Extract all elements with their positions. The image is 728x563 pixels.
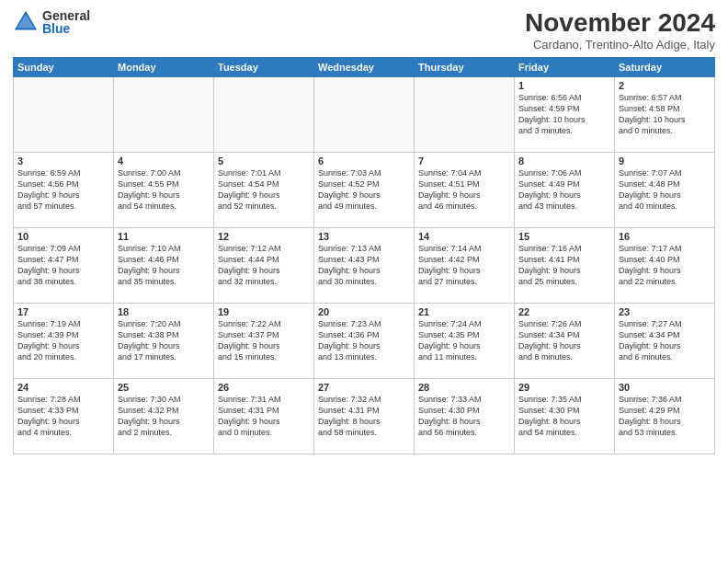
table-row: 9Sunrise: 7:07 AM Sunset: 4:48 PM Daylig…	[615, 152, 715, 227]
day-number: 4	[118, 155, 210, 167]
day-number: 1	[518, 80, 610, 91]
day-number: 7	[418, 155, 510, 167]
table-row: 23Sunrise: 7:27 AM Sunset: 4:34 PM Dayli…	[615, 303, 715, 378]
table-row	[314, 76, 415, 152]
table-row: 21Sunrise: 7:24 AM Sunset: 4:35 PM Dayli…	[415, 303, 515, 378]
logo-blue-text: Blue	[42, 22, 90, 35]
day-number: 23	[619, 306, 711, 317]
calendar-week-3: 10Sunrise: 7:09 AM Sunset: 4:47 PM Dayli…	[14, 227, 715, 303]
day-details: Sunrise: 7:22 AM Sunset: 4:37 PM Dayligh…	[218, 318, 310, 363]
day-number: 24	[17, 382, 109, 393]
day-details: Sunrise: 7:35 AM Sunset: 4:30 PM Dayligh…	[518, 394, 610, 439]
day-details: Sunrise: 7:26 AM Sunset: 4:34 PM Dayligh…	[518, 318, 610, 363]
day-number: 16	[619, 231, 711, 242]
day-number: 27	[318, 382, 410, 393]
day-details: Sunrise: 7:03 AM Sunset: 4:52 PM Dayligh…	[318, 167, 410, 213]
table-row	[214, 76, 314, 152]
day-number: 25	[118, 382, 210, 393]
table-row: 26Sunrise: 7:31 AM Sunset: 4:31 PM Dayli…	[214, 378, 314, 454]
logo-general-text: General	[42, 9, 90, 22]
title-block: November 2024 Cardano, Trentino-Alto Adi…	[525, 9, 715, 52]
day-number: 13	[318, 231, 410, 242]
day-number: 3	[17, 155, 109, 167]
table-row: 12Sunrise: 7:12 AM Sunset: 4:44 PM Dayli…	[214, 227, 314, 303]
day-number: 8	[518, 155, 610, 167]
page: General Blue November 2024 Cardano, Tren…	[0, 0, 728, 563]
calendar-week-5: 24Sunrise: 7:28 AM Sunset: 4:33 PM Dayli…	[14, 378, 715, 454]
day-number: 21	[418, 306, 510, 317]
table-row: 11Sunrise: 7:10 AM Sunset: 4:46 PM Dayli…	[114, 227, 214, 303]
day-number: 5	[218, 155, 310, 167]
logo: General Blue	[13, 9, 90, 35]
table-row	[415, 76, 515, 152]
day-number: 20	[318, 306, 410, 317]
day-details: Sunrise: 7:20 AM Sunset: 4:38 PM Dayligh…	[118, 318, 210, 363]
table-row: 16Sunrise: 7:17 AM Sunset: 4:40 PM Dayli…	[615, 227, 715, 303]
day-number: 12	[218, 231, 310, 242]
table-row: 29Sunrise: 7:35 AM Sunset: 4:30 PM Dayli…	[515, 378, 615, 454]
table-row: 30Sunrise: 7:36 AM Sunset: 4:29 PM Dayli…	[615, 378, 715, 454]
col-thursday: Thursday	[415, 57, 515, 76]
day-details: Sunrise: 7:36 AM Sunset: 4:29 PM Dayligh…	[619, 394, 711, 439]
table-row: 17Sunrise: 7:19 AM Sunset: 4:39 PM Dayli…	[14, 303, 114, 378]
day-number: 18	[118, 306, 210, 317]
day-details: Sunrise: 7:14 AM Sunset: 4:42 PM Dayligh…	[418, 243, 510, 288]
day-number: 15	[518, 231, 610, 242]
col-wednesday: Wednesday	[314, 57, 415, 76]
location-subtitle: Cardano, Trentino-Alto Adige, Italy	[525, 38, 715, 52]
day-number: 14	[418, 231, 510, 242]
table-row: 18Sunrise: 7:20 AM Sunset: 4:38 PM Dayli…	[114, 303, 214, 378]
month-year-title: November 2024	[525, 9, 715, 38]
logo-text: General Blue	[42, 9, 90, 35]
day-details: Sunrise: 7:32 AM Sunset: 4:31 PM Dayligh…	[318, 394, 410, 439]
day-details: Sunrise: 7:23 AM Sunset: 4:36 PM Dayligh…	[318, 318, 410, 363]
day-details: Sunrise: 6:56 AM Sunset: 4:59 PM Dayligh…	[518, 92, 610, 137]
day-details: Sunrise: 7:06 AM Sunset: 4:49 PM Dayligh…	[518, 167, 610, 213]
calendar-header-row: Sunday Monday Tuesday Wednesday Thursday…	[14, 57, 715, 76]
day-number: 28	[418, 382, 510, 393]
day-details: Sunrise: 7:10 AM Sunset: 4:46 PM Dayligh…	[118, 243, 210, 288]
day-number: 22	[518, 306, 610, 317]
day-details: Sunrise: 7:31 AM Sunset: 4:31 PM Dayligh…	[218, 394, 310, 439]
day-details: Sunrise: 7:30 AM Sunset: 4:32 PM Dayligh…	[118, 394, 210, 439]
day-number: 6	[318, 155, 410, 167]
table-row: 7Sunrise: 7:04 AM Sunset: 4:51 PM Daylig…	[415, 152, 515, 227]
day-number: 29	[518, 382, 610, 393]
header: General Blue November 2024 Cardano, Tren…	[13, 9, 715, 52]
table-row: 20Sunrise: 7:23 AM Sunset: 4:36 PM Dayli…	[314, 303, 415, 378]
table-row: 8Sunrise: 7:06 AM Sunset: 4:49 PM Daylig…	[515, 152, 615, 227]
day-details: Sunrise: 7:27 AM Sunset: 4:34 PM Dayligh…	[619, 318, 711, 363]
col-friday: Friday	[515, 57, 615, 76]
table-row: 27Sunrise: 7:32 AM Sunset: 4:31 PM Dayli…	[314, 378, 415, 454]
day-number: 19	[218, 306, 310, 317]
day-details: Sunrise: 7:16 AM Sunset: 4:41 PM Dayligh…	[518, 243, 610, 288]
day-number: 17	[17, 306, 109, 317]
table-row: 6Sunrise: 7:03 AM Sunset: 4:52 PM Daylig…	[314, 152, 415, 227]
table-row: 14Sunrise: 7:14 AM Sunset: 4:42 PM Dayli…	[415, 227, 515, 303]
day-details: Sunrise: 7:12 AM Sunset: 4:44 PM Dayligh…	[218, 243, 310, 288]
table-row: 5Sunrise: 7:01 AM Sunset: 4:54 PM Daylig…	[214, 152, 314, 227]
table-row: 24Sunrise: 7:28 AM Sunset: 4:33 PM Dayli…	[14, 378, 114, 454]
calendar-week-1: 1Sunrise: 6:56 AM Sunset: 4:59 PM Daylig…	[14, 76, 715, 152]
day-number: 2	[619, 80, 711, 91]
day-details: Sunrise: 7:19 AM Sunset: 4:39 PM Dayligh…	[17, 318, 109, 363]
day-details: Sunrise: 7:00 AM Sunset: 4:55 PM Dayligh…	[118, 167, 210, 213]
calendar-table: Sunday Monday Tuesday Wednesday Thursday…	[13, 57, 715, 454]
day-details: Sunrise: 7:09 AM Sunset: 4:47 PM Dayligh…	[17, 243, 109, 288]
day-details: Sunrise: 6:57 AM Sunset: 4:58 PM Dayligh…	[619, 92, 711, 137]
day-details: Sunrise: 7:28 AM Sunset: 4:33 PM Dayligh…	[17, 394, 109, 439]
calendar-week-4: 17Sunrise: 7:19 AM Sunset: 4:39 PM Dayli…	[14, 303, 715, 378]
day-details: Sunrise: 6:59 AM Sunset: 4:56 PM Dayligh…	[17, 167, 109, 213]
table-row: 2Sunrise: 6:57 AM Sunset: 4:58 PM Daylig…	[615, 76, 715, 152]
col-monday: Monday	[114, 57, 214, 76]
calendar-week-2: 3Sunrise: 6:59 AM Sunset: 4:56 PM Daylig…	[14, 152, 715, 227]
day-number: 26	[218, 382, 310, 393]
table-row: 15Sunrise: 7:16 AM Sunset: 4:41 PM Dayli…	[515, 227, 615, 303]
day-number: 9	[619, 155, 711, 167]
table-row: 25Sunrise: 7:30 AM Sunset: 4:32 PM Dayli…	[114, 378, 214, 454]
day-number: 30	[619, 382, 711, 393]
table-row: 10Sunrise: 7:09 AM Sunset: 4:47 PM Dayli…	[14, 227, 114, 303]
table-row: 19Sunrise: 7:22 AM Sunset: 4:37 PM Dayli…	[214, 303, 314, 378]
day-details: Sunrise: 7:17 AM Sunset: 4:40 PM Dayligh…	[619, 243, 711, 288]
logo-icon	[13, 9, 39, 35]
